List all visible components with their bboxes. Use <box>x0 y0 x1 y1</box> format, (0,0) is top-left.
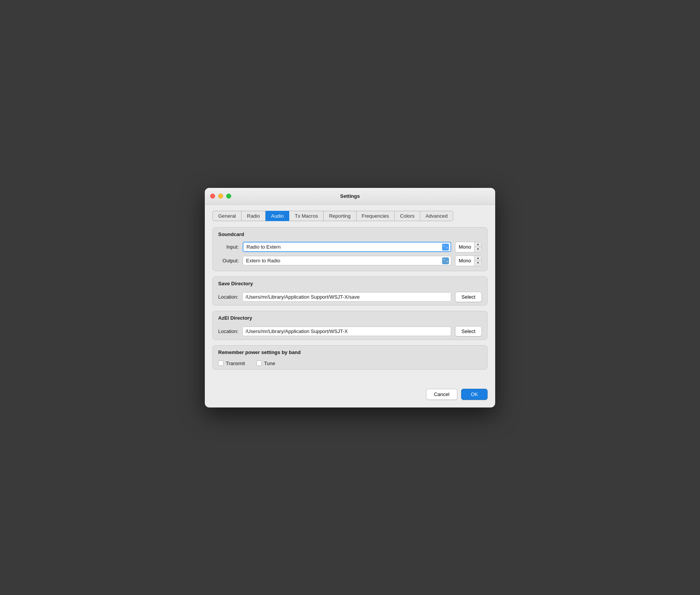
input-channel-down[interactable]: ▼ <box>475 247 481 252</box>
save-directory-section: Save Directory Location: Select <box>212 276 488 306</box>
settings-window: Settings General Radio Audio Tx Macros R… <box>205 188 495 407</box>
soundcard-section: Soundcard Input: Radio to Extern ⌃⌄ Mon <box>212 227 488 271</box>
tab-colors[interactable]: Colors <box>394 211 420 221</box>
azel-directory-row: Location: Select <box>213 323 487 340</box>
transmit-checkbox[interactable] <box>218 361 224 366</box>
power-settings-header: Remember power settings by band <box>213 346 487 357</box>
input-stepper-buttons: ▲ ▼ <box>474 242 481 252</box>
tab-advanced[interactable]: Advanced <box>420 211 454 221</box>
tab-reporting[interactable]: Reporting <box>323 211 356 221</box>
window-title: Settings <box>340 193 360 199</box>
output-channel-down[interactable]: ▼ <box>475 261 481 266</box>
azel-location-label: Location: <box>218 328 238 334</box>
input-label: Input: <box>218 244 239 250</box>
save-location-input[interactable] <box>242 292 451 302</box>
transmit-label: Transmit <box>226 361 245 366</box>
tune-label: Tune <box>264 361 275 366</box>
input-select-wrapper: Radio to Extern ⌃⌄ <box>243 242 451 252</box>
input-channel-up[interactable]: ▲ <box>475 242 481 247</box>
output-channel-label: Mono <box>455 257 474 265</box>
soundcard-header: Soundcard <box>213 228 487 239</box>
tab-general[interactable]: General <box>212 211 241 221</box>
footer: Cancel OK <box>205 383 495 407</box>
tune-checkbox[interactable] <box>256 361 262 366</box>
azel-location-input[interactable] <box>242 327 451 336</box>
tab-radio[interactable]: Radio <box>241 211 265 221</box>
ok-button[interactable]: OK <box>461 389 488 400</box>
input-select[interactable]: Radio to Extern <box>243 242 451 252</box>
close-button[interactable] <box>210 194 215 199</box>
minimize-button[interactable] <box>218 194 223 199</box>
save-directory-row: Location: Select <box>213 289 487 305</box>
input-channel-label: Mono <box>455 243 474 251</box>
transmit-checkbox-item[interactable]: Transmit <box>218 361 245 366</box>
output-select[interactable]: Extern to Radio <box>243 256 451 265</box>
tab-tx-macros[interactable]: Tx Macros <box>289 211 323 221</box>
azel-directory-header: AzEl Directory <box>213 311 487 323</box>
cancel-button[interactable]: Cancel <box>426 389 457 400</box>
maximize-button[interactable] <box>226 194 231 199</box>
soundcard-body: Input: Radio to Extern ⌃⌄ Mono ▲ ▼ <box>213 239 487 271</box>
save-directory-header: Save Directory <box>213 277 487 289</box>
tab-frequencies[interactable]: Frequencies <box>356 211 395 221</box>
input-channel-stepper: Mono ▲ ▼ <box>455 242 482 252</box>
titlebar: Settings <box>205 188 495 205</box>
tune-checkbox-item[interactable]: Tune <box>256 361 275 366</box>
input-row: Input: Radio to Extern ⌃⌄ Mono ▲ ▼ <box>218 242 482 252</box>
main-content: General Radio Audio Tx Macros Reporting … <box>205 205 495 383</box>
tabs-bar: General Radio Audio Tx Macros Reporting … <box>212 211 488 221</box>
output-select-wrapper: Extern to Radio ⌃⌄ <box>243 256 451 265</box>
save-select-button[interactable]: Select <box>455 292 482 302</box>
power-settings-section: Remember power settings by band Transmit… <box>212 345 488 370</box>
azel-directory-section: AzEl Directory Location: Select <box>212 311 488 340</box>
output-channel-up[interactable]: ▲ <box>475 256 481 261</box>
output-channel-stepper: Mono ▲ ▼ <box>455 255 482 266</box>
save-location-label: Location: <box>218 294 238 300</box>
traffic-lights <box>210 194 231 199</box>
output-stepper-buttons: ▲ ▼ <box>474 256 481 266</box>
output-row: Output: Extern to Radio ⌃⌄ Mono ▲ <box>218 255 482 266</box>
power-settings-checkboxes: Transmit Tune <box>213 357 487 369</box>
output-label: Output: <box>218 258 239 264</box>
azel-select-button[interactable]: Select <box>455 326 482 336</box>
tab-audio[interactable]: Audio <box>265 211 289 221</box>
